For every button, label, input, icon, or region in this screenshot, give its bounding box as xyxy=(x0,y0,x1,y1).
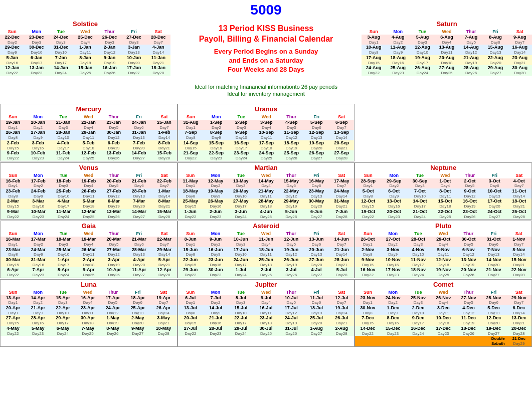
table-row: 7-SepDay88-SepDay99-SepDay1010-SepDay111… xyxy=(178,130,354,140)
uranus-block: Uranus SunMonTueWedThurFriSat 31-AugDay1… xyxy=(178,104,355,161)
table-row: 22-JunDay1523-JunDay1624-JunDay1725-JunD… xyxy=(178,257,354,267)
main-title: 5009 xyxy=(0,0,532,19)
neptune-block: Neptune SunMonTueWedThurFriSat 28-SepDay… xyxy=(354,162,532,220)
center-line1: Every Period Begins on a Sunday xyxy=(173,48,359,55)
table-row: 14-SepDay1515-SepDay1616-SepDay1717-SepD… xyxy=(178,140,354,150)
table-row: 8-JunDay19-JunDay210-JunDay311-JunDay412… xyxy=(178,237,354,247)
double-sabbath-day: 21-DecDay29 xyxy=(506,336,531,346)
col-mon: Mon xyxy=(25,29,49,35)
col-fri: Fri xyxy=(122,29,146,35)
table-row: 14-DecDay2215-DecDay2316-DecDay2417-DecD… xyxy=(355,326,531,336)
table-row: 11-MayDay112-MayDay213-MayDay314-MayDay4… xyxy=(178,178,354,188)
venus-block: Venus SunMonTueWedThurFriSat 16-FebDay11… xyxy=(0,162,178,220)
table-row: 4-MayDay225-MayDay236-MayDay247-MayDay25… xyxy=(1,326,177,336)
col-sat: Sat xyxy=(146,29,170,35)
martian-block: Martian SunMonTueWedThurFriSat 11-MayDay… xyxy=(178,162,355,220)
pluto-block: Pluto SunMonTueWedThurFriSat 26-OctDay12… xyxy=(354,221,532,278)
page-wrapper: 5009 Solstice Sun Mon Tue Wed Thur Fri S… xyxy=(0,0,532,347)
center-info: 13 Period KISS Business Payoll, Billing … xyxy=(170,19,362,103)
saturn-table: Sun Mon Tue Wed Thur Fri Sat 3-AugDay1 4… xyxy=(362,29,532,76)
table-row: 10-AugDay8 11-AugDay9 12-AugDay10 13-Aug… xyxy=(362,45,532,55)
table-row: 24-AugDay22 25-AugDay23 26-AugDay24 27-A… xyxy=(362,65,532,75)
table-row: 31-AugDay11-SepDay22-SepDay33-SepDay44-S… xyxy=(178,120,354,130)
table-row: 3-AugDay1 4-AugDay2 5-AugDay3 6-AugDay4 … xyxy=(362,35,532,45)
table-row: 17-AugDay15 18-AugDay16 19-AugDay17 20-A… xyxy=(362,55,532,65)
table-row: 13-JulDay814-JulDay915-JulDay1016-JulDay… xyxy=(178,305,354,315)
table-row: 2-MarDay153-MarDay164-MarDay175-MarDay18… xyxy=(1,198,177,209)
table-row: 21-SepDay2222-SepDay2323-SepDay2424-SepD… xyxy=(178,150,354,160)
row4: Luna SunMonTueWedThurFriSat 13-AprDay114… xyxy=(0,279,532,347)
comet-block: Comet SunMonTueWedThurFriSat 23-NovDay12… xyxy=(354,279,532,347)
table-row: 23-NovDay124-NovDay225-NovDay326-NovDay4… xyxy=(355,295,531,305)
table-row: 9-MarDay2210-MarDay2311-MarDay2412-MarDa… xyxy=(1,209,177,219)
center-note1: Ideal for matching finanancial informati… xyxy=(173,84,359,90)
table-row: 15-JunDay816-JunDay917-JunDay1018-JunDay… xyxy=(178,247,354,257)
row2: Venus SunMonTueWedThurFriSat 16-FebDay11… xyxy=(0,162,532,220)
asteroid-block: Asteroid SunMonTueWedThurFriSat 8-JunDay… xyxy=(178,221,355,278)
table-row: 16-NovDay2217-NovDay2318-NovDay2419-NovD… xyxy=(355,267,531,277)
table-row: 20-JulDay1521-JulDay1622-JulDay1723-JulD… xyxy=(178,315,354,325)
table-row: 16-MarDay117-MarDay218-MarDay319-MarDay4… xyxy=(1,237,177,247)
table-row: 30-MarDay1531-MarDay161-AprDay172-AprDay… xyxy=(1,257,177,267)
table-row: 2-NovDay83-NovDay94-NovDay105-NovDay116-… xyxy=(355,247,531,257)
solstice-table: Sun Mon Tue Wed Thur Fri Sat 22-DecDay2 … xyxy=(0,29,170,76)
table-row: 23-MarDay824-MarDay925-MarDay1026-MarDay… xyxy=(1,247,177,257)
table-row: 19-OctDay2220-OctDay2321-OctDay2422-OctD… xyxy=(355,209,531,219)
gaia-block: Gaia SunMonTueWedThurFriSat 16-MarDay117… xyxy=(0,221,178,278)
center-title1: 13 Period KISS Business xyxy=(173,24,359,33)
table-row: 19-JanDay120-JanDay221-JanDay322-JanDay4… xyxy=(1,120,177,130)
table-row: 2-FebDay153-FebDay164-FebDay175-FebDay18… xyxy=(1,140,177,150)
row3: Gaia SunMonTueWedThurFriSat 16-MarDay117… xyxy=(0,221,532,278)
table-row: 22-DecDay2 23-DecDay3 24-DecDay3 25-DecD… xyxy=(0,35,170,45)
center-title2: Payoll, Billing & Financial Calendar xyxy=(173,35,359,44)
table-row: 30-NovDay81-DecDay92-DecDay103-DecDay114… xyxy=(355,305,531,315)
solstice-header: Solstice xyxy=(0,19,170,29)
table-row: 9-NovDay1510-NovDay1611-NovDay1712-NovDa… xyxy=(355,257,531,267)
table-row: 5-JanDay16 6-JanDay17 7-JanDay17 8-JanDa… xyxy=(0,55,170,65)
table-row: 12-JanDay22 13-JanDay23 14-JanDay24 15-J… xyxy=(0,65,170,75)
table-row: 20-AprDay821-AprDay922-AprDay1023-AprDay… xyxy=(1,305,177,315)
table-row: 26-JanDay827-JanDay928-JanDay1029-JanDay… xyxy=(1,130,177,140)
table-row: 1-JunDay222-JunDay233-JunDay244-JunDay25… xyxy=(178,209,354,219)
saturn-header: Saturn xyxy=(362,19,532,29)
table-row: 18-MayDay819-MayDay920-MayDay1021-MayDay… xyxy=(178,188,354,198)
col-wed: Wed xyxy=(73,29,98,35)
double-sabbath-label: DoubleSabath xyxy=(355,336,506,346)
table-row: 26-OctDay127-OctDay228-OctDay329-OctDay4… xyxy=(355,237,531,247)
top-section: Solstice Sun Mon Tue Wed Thur Fri Sat 22… xyxy=(0,19,532,103)
col-thu: Thur xyxy=(97,29,122,35)
col-tue: Tue xyxy=(49,29,73,35)
table-row: 23-FebDay824-FebDay925-FebDay1026-FebDay… xyxy=(1,188,177,198)
table-row: 29-DecDay9 30-DecDay10 31-DecDay10 1-Jan… xyxy=(0,45,170,55)
table-row: 6-JulDay17-JulDay28-JulDay39-JulDay410-J… xyxy=(178,295,354,305)
table-row: 5-OctDay86-OctDay97-OctDay108-OctDay119-… xyxy=(355,188,531,198)
saturn-block: Saturn Sun Mon Tue Wed Thur Fri Sat 3-Au… xyxy=(362,19,532,103)
table-row: 9-FebDay2210-FebDay2311-FebDay2412-FebDa… xyxy=(1,150,177,160)
center-line2: and Ends on a Saturday xyxy=(173,57,359,64)
table-row: 12-OctDay1513-OctDay1614-OctDay1715-OctD… xyxy=(355,198,531,209)
jupiter-block: Jupiter SunMonTueWedThurFriSat 6-JulDay1… xyxy=(178,279,355,347)
table-row: 13-AprDay114-AprDay215-AprDay316-AprDay4… xyxy=(1,295,177,305)
calendar-grid: Mercury SunMonTueWedThurFriSat 19-JanDay… xyxy=(0,104,532,161)
luna-block: Luna SunMonTueWedThurFriSat 13-AprDay114… xyxy=(0,279,178,347)
table-row: DoubleSabath 21-DecDay29 xyxy=(355,336,531,346)
table-row: 29-JunDay2230-JunDay231-JulDay242-JulDay… xyxy=(178,267,354,277)
table-row: 28-SepDay129-SepDay230-SepDay31-OctDay42… xyxy=(355,178,531,188)
center-note2: Ideal for inventory management xyxy=(173,91,359,97)
table-row: 6-AprDay227-AprDay238-AprDay249-AprDay25… xyxy=(1,267,177,277)
solstice-block: Solstice Sun Mon Tue Wed Thur Fri Sat 22… xyxy=(0,19,170,103)
center-line3: Four Weeks and 28 Days xyxy=(173,66,359,73)
col-sun: Sun xyxy=(0,29,25,35)
table-row: 27-JulDay2228-JulDay2329-JulDay2430-JulD… xyxy=(178,326,354,336)
table-row: 25-MayDay1526-MayDay1627-MayDay1728-MayD… xyxy=(178,198,354,209)
table-row: 27-AprDay1528-AprDay1629-AprDay1730-AprD… xyxy=(1,315,177,325)
mercury-block: Mercury SunMonTueWedThurFriSat 19-JanDay… xyxy=(0,104,178,161)
table-row: 7-DecDay158-DecDay169-DecDay1710-DecDay1… xyxy=(355,315,531,325)
table-row: 16-FebDay117-FebDay218-FebDay319-FebDay4… xyxy=(1,178,177,188)
